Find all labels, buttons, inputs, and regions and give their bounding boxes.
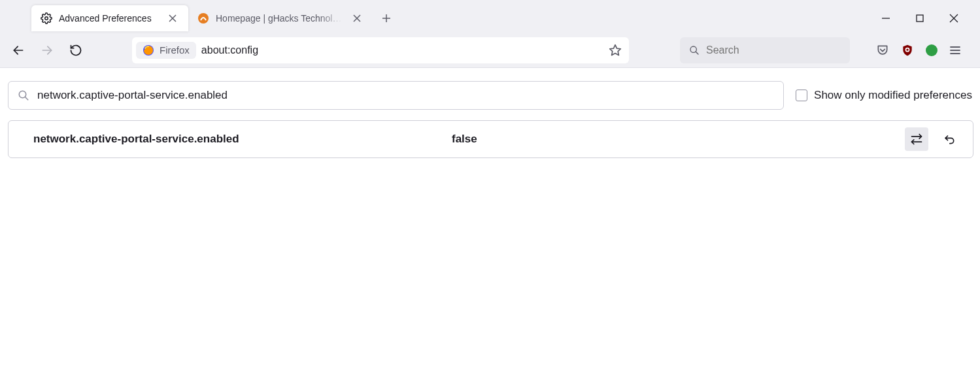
window-controls (877, 9, 976, 27)
ghacks-icon (197, 12, 209, 24)
forward-button[interactable] (35, 39, 59, 62)
reset-button[interactable] (938, 127, 961, 151)
search-input[interactable] (706, 44, 841, 56)
close-icon[interactable] (352, 12, 362, 25)
bookmark-star-icon[interactable] (605, 41, 625, 60)
url-bar[interactable]: Firefox (132, 37, 629, 63)
show-modified-label: Show only modified preferences (814, 89, 972, 102)
svg-line-17 (696, 52, 698, 54)
checkbox-box[interactable] (796, 90, 807, 101)
svg-point-19 (906, 48, 908, 50)
tab-label: Advanced Preferences (59, 13, 160, 24)
minimize-button[interactable] (877, 9, 895, 27)
maximize-button[interactable] (911, 9, 929, 27)
ublock-icon[interactable] (901, 44, 914, 57)
search-bar[interactable] (680, 37, 850, 63)
toolbar-right-actions (876, 44, 966, 57)
svg-marker-15 (610, 44, 621, 55)
close-window-button[interactable] (945, 9, 963, 27)
close-icon[interactable] (166, 12, 179, 25)
pref-search-input[interactable] (37, 89, 774, 102)
pref-row-actions (905, 127, 961, 151)
show-modified-checkbox[interactable]: Show only modified preferences (796, 89, 973, 102)
gear-icon (41, 12, 52, 24)
svg-line-24 (25, 97, 28, 100)
profile-avatar[interactable] (926, 44, 938, 56)
nav-toolbar: Firefox (0, 33, 980, 68)
pref-value: false (452, 133, 905, 146)
svg-rect-9 (917, 15, 923, 22)
pref-result-table: network.captive-portal-service.enabled f… (8, 120, 973, 158)
tab-ghacks-homepage[interactable]: Homepage | gHacks Technology News (188, 5, 371, 31)
svg-point-0 (45, 17, 48, 20)
new-tab-button[interactable] (375, 7, 397, 29)
app-menu-button[interactable] (949, 44, 961, 56)
pref-row[interactable]: network.captive-portal-service.enabled f… (8, 121, 973, 157)
identity-label: Firefox (160, 44, 190, 56)
reload-button[interactable] (64, 39, 88, 62)
pref-search-box[interactable] (8, 81, 784, 110)
tab-advanced-preferences[interactable]: Advanced Preferences (31, 5, 188, 31)
firefox-icon (143, 44, 154, 56)
tab-strip: Advanced Preferences Homepage | gHacks T… (0, 0, 980, 33)
pocket-icon[interactable] (876, 44, 889, 57)
pref-search-row: Show only modified preferences (8, 81, 973, 110)
pref-name: network.captive-portal-service.enabled (33, 133, 452, 146)
url-input[interactable] (201, 44, 600, 56)
tab-label: Homepage | gHacks Technology News (216, 13, 345, 24)
search-icon (689, 45, 700, 56)
search-icon (18, 90, 29, 101)
toggle-button[interactable] (905, 127, 928, 151)
back-button[interactable] (7, 39, 30, 62)
identity-box[interactable]: Firefox (136, 42, 196, 59)
aboutconfig-content: Show only modified preferences network.c… (0, 68, 980, 165)
